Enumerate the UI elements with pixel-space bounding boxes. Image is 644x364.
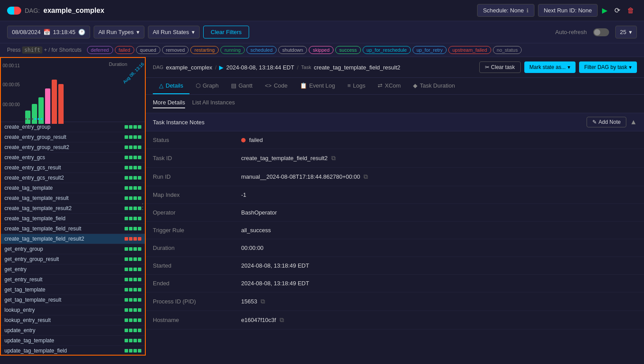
task-item[interactable]: create_entry_gcs: [1, 153, 145, 163]
bar-6[interactable]: [58, 84, 64, 124]
task-item[interactable]: create_tag_template_field_result: [1, 224, 145, 234]
task-item[interactable]: update_tag_template_field: [1, 346, 145, 356]
bar-2[interactable]: [32, 104, 37, 124]
task-item[interactable]: create_tag_template: [1, 183, 145, 193]
tab-details[interactable]: △ Details: [153, 78, 189, 94]
status-tag-failed[interactable]: failed: [115, 46, 134, 54]
tab-event-log[interactable]: 📋 Event Log: [294, 78, 341, 94]
status-tag-scheduled[interactable]: scheduled: [246, 46, 277, 54]
task-dots: [125, 329, 141, 332]
copy-icon[interactable]: ⧉: [364, 173, 368, 180]
status-tag-upstream-failed[interactable]: upstream_failed: [448, 46, 491, 54]
refresh-button[interactable]: ⟳: [612, 4, 623, 17]
status-tag-skipped[interactable]: skipped: [309, 46, 333, 54]
chevron-down-icon: ▾: [629, 29, 632, 35]
task-dot: [133, 349, 137, 353]
bar-4[interactable]: [45, 88, 50, 124]
copy-icon[interactable]: ⧉: [280, 316, 284, 324]
page-size-select[interactable]: 25 ▾: [615, 26, 637, 38]
clear-filters-button[interactable]: Clear Filters: [203, 26, 249, 38]
resize-handle[interactable]: ⋮: [139, 202, 146, 211]
mark-state-button[interactable]: Mark state as... ▾: [524, 61, 576, 73]
task-name: create_entry_group: [4, 124, 125, 130]
task-dot: [138, 125, 141, 129]
tab-graph[interactable]: ⬡ Graph: [189, 78, 225, 94]
task-item[interactable]: create_entry_group_result2: [1, 142, 145, 153]
add-note-button[interactable]: ✎ Add Note: [587, 117, 626, 127]
task-item[interactable]: create_entry_gcs_result: [1, 163, 145, 173]
play-button[interactable]: ▶: [599, 4, 610, 17]
task-name: update_tag_template_field: [4, 348, 125, 354]
task-item[interactable]: create_tag_template_field: [1, 214, 145, 224]
task-item[interactable]: get_tag_template: [1, 285, 145, 295]
detail-row: Run IDmanual__2024-08-08T17:18:44.862780…: [146, 168, 644, 186]
date-input[interactable]: 08/08/2024 📅 13:18:45 🕐: [7, 26, 90, 38]
clear-task-button[interactable]: ✂ Clear task: [479, 61, 521, 73]
task-item[interactable]: get_entry: [1, 264, 145, 275]
task-item[interactable]: get_tag_template_result: [1, 295, 145, 305]
task-item[interactable]: create_tag_template_field_result2: [1, 234, 145, 244]
details-icon: △: [159, 82, 163, 89]
status-tag-deferred[interactable]: deferred: [87, 46, 113, 54]
status-tag-removed[interactable]: removed: [162, 46, 189, 54]
task-item[interactable]: create_entry_group_result: [1, 132, 145, 142]
copy-value: create_tag_template_field_result2: [241, 155, 328, 161]
task-list: create_entry_groupcreate_entry_group_res…: [1, 122, 145, 356]
task-name: create_entry_gcs_result: [4, 165, 125, 171]
run-types-label: All Run Types: [98, 29, 134, 35]
run-play-icon: ▶: [219, 64, 224, 71]
bar-1[interactable]: [25, 111, 30, 124]
tab-task-duration[interactable]: ◆ Task Duration: [407, 78, 461, 94]
status-tag-up-reschedule[interactable]: up_for_reschedule: [363, 46, 411, 54]
chart-area: Duration Aug 08, 13:16 00:00:11 00:00:05…: [1, 58, 145, 122]
task-item[interactable]: get_entry_group: [1, 244, 145, 254]
task-dot: [138, 257, 141, 261]
task-item[interactable]: lookup_entry: [1, 305, 145, 315]
bar-5[interactable]: [52, 80, 57, 124]
task-item[interactable]: lookup_entry_result: [1, 315, 145, 326]
task-item[interactable]: create_tag_template_result2: [1, 203, 145, 214]
status-tag-queued[interactable]: queued: [136, 46, 160, 54]
task-item[interactable]: update_entry: [1, 326, 145, 336]
task-dot: [133, 329, 137, 332]
task-name: lookup_entry: [4, 307, 125, 313]
detail-value: manual__2024-08-08T17:18:44.862780+00:00…: [234, 168, 644, 186]
status-tag-shutdown[interactable]: shutdown: [278, 46, 307, 54]
task-item[interactable]: get_entry_group_result: [1, 254, 145, 264]
filter-dag-button[interactable]: Filter DAG by task ▾: [579, 61, 637, 73]
status-tag-no-status[interactable]: no_status: [493, 46, 522, 54]
next-run-button[interactable]: Next Run ID: None: [538, 4, 598, 17]
auto-refresh-toggle[interactable]: [593, 28, 609, 36]
task-dot: [129, 339, 133, 342]
task-dot: [129, 166, 133, 169]
status-tag-success[interactable]: success: [335, 46, 361, 54]
task-item[interactable]: get_entry_result: [1, 275, 145, 285]
delete-button[interactable]: 🗑: [625, 4, 637, 17]
status-tag-up-retry[interactable]: up_for_retry: [413, 46, 447, 54]
task-dot: [138, 196, 141, 200]
run-states-select[interactable]: All Run States ▾: [148, 26, 200, 38]
subtab-more-details[interactable]: More Details: [153, 99, 185, 108]
task-item[interactable]: create_tag_template_result: [1, 193, 145, 203]
copy-icon[interactable]: ⧉: [331, 154, 336, 162]
tab-gantt[interactable]: ▤ Gantt: [225, 78, 259, 94]
status-tag-running[interactable]: running: [220, 46, 245, 54]
run-types-select[interactable]: All Run Types ▾: [94, 26, 144, 38]
graph-icon: ⬡: [196, 82, 201, 89]
task-name: get_entry: [4, 266, 125, 272]
tab-code[interactable]: <> Code: [259, 78, 294, 94]
tab-xcom[interactable]: ⇄ XCom: [371, 78, 407, 94]
task-dots: [125, 339, 141, 342]
status-tag-restarting[interactable]: restarting: [190, 46, 219, 54]
tab-logs[interactable]: ≡ Logs: [341, 78, 372, 94]
copy-icon[interactable]: ⧉: [261, 298, 265, 305]
detail-row: Ended2024-08-08, 13:18:49 EDT: [146, 275, 644, 292]
bar-3[interactable]: [38, 97, 44, 124]
task-item[interactable]: create_entry_gcs_result2: [1, 173, 145, 183]
task-dot: [133, 217, 137, 220]
subtab-list-instances[interactable]: List All Instances: [192, 99, 235, 108]
task-dot: [133, 186, 137, 190]
schedule-button[interactable]: Schedule: None ℹ: [477, 4, 534, 17]
task-item[interactable]: update_tag_template: [1, 336, 145, 346]
collapse-button[interactable]: ▲: [630, 118, 637, 126]
